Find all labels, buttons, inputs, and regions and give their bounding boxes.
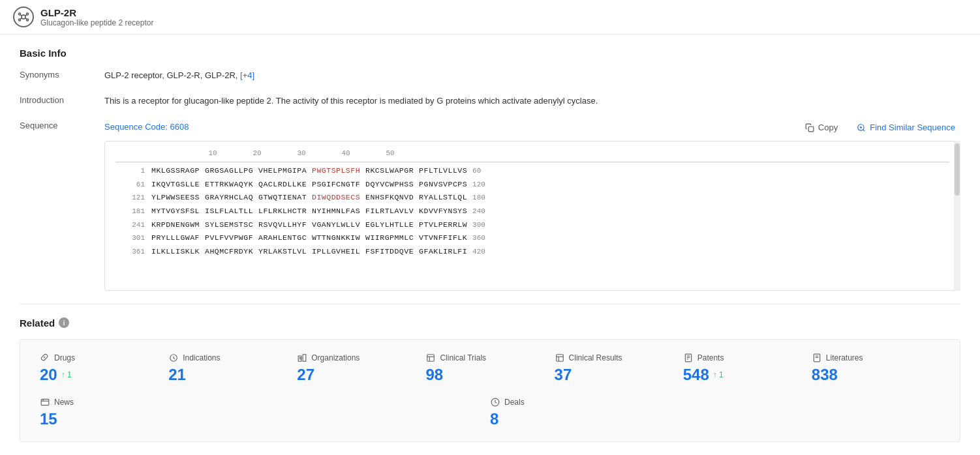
page-title: GLP-2R [40,7,153,18]
svg-line-5 [21,15,22,16]
related-card-drugs[interactable]: Drugs20↑ 1 [40,353,168,384]
card-count-clinical-results: 37 [555,366,572,384]
seq-group: PRYLLLGWAF [151,232,200,244]
seq-group: RKCSLWAPGR [365,165,414,177]
seq-end-num: 60 [467,166,481,177]
seq-end-num: 240 [467,206,485,218]
svg-point-2 [27,13,29,15]
sequence-row: 361ILKLLISKLKAHQMCFRDYKYRLAKSTLVLIPLLGVH… [115,246,949,258]
seq-groups: MYTVGYSFSLISLFLALTLLLFLRKLHCTRNYIHMNLFAS… [151,205,467,217]
pill-icon [40,353,50,363]
find-similar-button[interactable]: Find Similar Sequence [851,120,960,136]
synonyms-text: GLP-2 receptor, GLP-2-R, GLP-2R, [104,70,237,80]
related-section: Related i Drugs20↑ 1Indications21Organiz… [20,317,960,442]
card-header-patents: Patents [683,353,812,363]
seq-start-num: 241 [115,220,151,231]
seq-group: RSVQVLLHYF [258,219,307,231]
seq-group: NYIHMNLFAS [312,205,360,217]
seq-group: AHQMCFRDYK [205,246,253,257]
related-card-patents[interactable]: Patents548↑ 1 [683,353,812,384]
sequence-label: Sequence [20,120,104,130]
seq-group: ISLFLALTLL [205,205,253,217]
svg-rect-9 [808,126,814,132]
seq-group: PWGTSPLSFH [312,165,360,177]
seq-group: PFLTLVLLVS [419,165,467,177]
svg-rect-16 [300,357,301,359]
svg-rect-17 [427,354,435,361]
sequence-box[interactable]: 10 20 30 40 50 1MKLGSSRAGPGRGSAGLLPGVHEL… [104,141,960,291]
divider [20,304,960,304]
related-card-literatures[interactable]: Literatures838 [812,353,940,384]
introduction-text: This is a receptor for glucagon-like pep… [104,95,960,108]
seq-start-num: 361 [115,246,151,258]
seq-end-num: 120 [467,179,485,191]
sequence-row: Sequence Sequence Code: 6608 Copy [20,120,960,291]
trend-indicator-patents: ↑ 1 [713,370,724,379]
card-label-deals: Deals [504,398,525,407]
svg-line-11 [863,129,865,131]
seq-end-num: 180 [467,192,485,204]
seq-start-num: 61 [115,179,151,191]
seq-group: YLPWWSEESS [151,192,200,203]
related-card-clinical-trials[interactable]: Clinical Trials98 [425,353,554,384]
synonyms-row: Synonyms GLP-2 receptor, GLP-2-R, GLP-2R… [20,69,960,83]
svg-point-0 [22,15,25,19]
related-card-clinical-results[interactable]: Clinical Results37 [555,353,683,384]
seq-start-num: 181 [115,206,151,218]
header-title-block: GLP-2R Glucagon-like peptide 2 receptor [40,7,153,27]
seq-groups: IKQVTGSLLEETTRKWAQYKQACLRDLLKEPSGIFCNGTF… [151,179,467,190]
card-count-literatures: 838 [812,366,838,384]
related-title-text: Related [20,317,55,329]
scrollbar[interactable] [954,141,960,291]
introduction-row: Introduction This is a receptor for gluc… [20,95,960,108]
synonyms-value: GLP-2 receptor, GLP-2-R, GLP-2R, [+4] [104,69,960,83]
page-header: GLP-2R Glucagon-like peptide 2 receptor [0,0,980,35]
seq-group: WTTNGNKKIW [312,232,360,244]
related-row-1: Drugs20↑ 1Indications21Organizations27Cl… [40,353,940,384]
svg-rect-20 [556,354,563,361]
seq-group: PVLFVVPWGF [205,232,253,244]
related-card-deals[interactable]: Deals8 [490,397,940,428]
seq-group: GRAYRHCLAQ [205,192,253,203]
card-count-patents: 548 [683,366,709,384]
card-count-row-drugs: 20↑ 1 [40,366,168,384]
find-similar-icon [856,123,866,133]
deals-icon [490,397,500,407]
seq-groups: PRYLLLGWAFPVLFVVPWGFARAHLENTGCWTTNGNKKIW… [151,232,467,244]
seq-group: MYTVGYSFSL [151,205,200,217]
synonyms-label: Synonyms [20,69,104,80]
seq-group: EGLYLHTLLE [365,219,414,231]
molecule-icon [13,7,34,27]
sequence-actions: Copy Find Similar Sequence [799,120,960,136]
seq-group: RYALLSTLQL [419,192,467,203]
sequence-row: 121YLPWWSEESSGRAYRHCLAQGTWQTIENATDIWQDDS… [115,192,949,204]
basic-info-title: Basic Info [20,48,960,59]
seq-end-num: 300 [467,220,485,231]
seq-group: YRLAKSTLVL [258,246,307,257]
related-card-indications[interactable]: Indications21 [168,353,297,384]
card-count-clinical-trials: 98 [425,366,443,384]
svg-rect-30 [41,399,49,405]
svg-line-12 [44,357,45,358]
info-circle-icon: i [59,317,69,328]
seq-groups: KRPDNENGWMSYLSEMSTSCRSVQVLLHYFVGANYLWLLV… [151,219,467,231]
card-label-clinical-results: Clinical Results [569,353,622,362]
related-card-organizations[interactable]: Organizations27 [297,353,425,384]
related-card-news[interactable]: News15 [40,397,490,428]
svg-rect-15 [303,354,306,361]
svg-point-1 [19,13,21,15]
seq-group: FILRTLAVLV [365,205,414,217]
lit-icon [812,353,822,363]
copy-button[interactable]: Copy [799,120,843,136]
seq-start-num: 301 [115,233,151,244]
seq-group: PSGIFCNGTF [312,179,360,190]
seq-group: ARAHLENTGC [258,232,307,244]
related-title: Related i [20,317,960,329]
synonyms-more-link[interactable]: [+4] [240,70,254,80]
card-label-indications: Indications [183,353,220,362]
sequence-row: 61IKQVTGSLLEETTRKWAQYKQACLRDLLKEPSGIFCNG… [115,179,949,191]
results-icon [555,353,565,363]
copy-icon [804,123,815,133]
card-count-row-organizations: 27 [297,366,425,384]
sequence-code-link[interactable]: Sequence Code: 6608 [104,121,189,134]
